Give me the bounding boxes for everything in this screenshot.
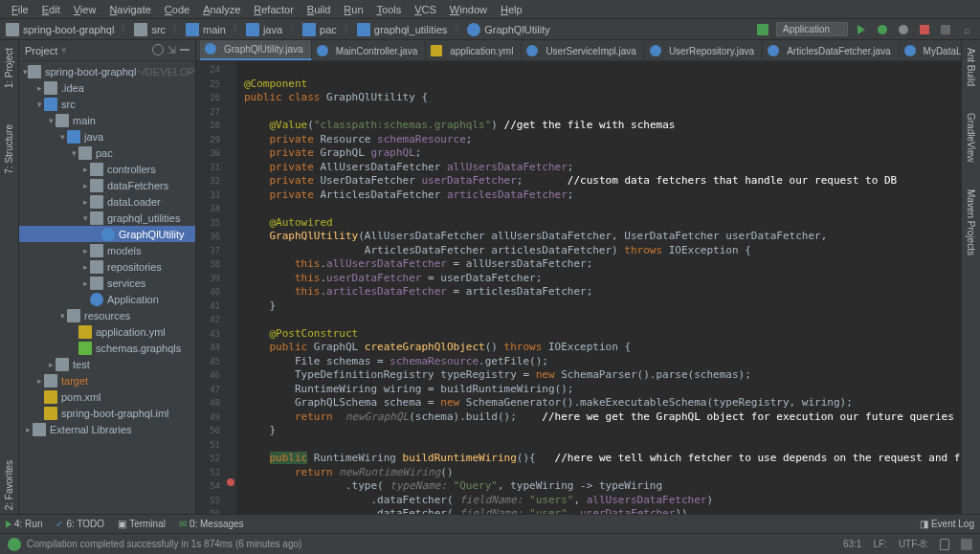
coverage-button[interactable]: [896, 22, 911, 37]
caret-position[interactable]: 63:1: [843, 539, 861, 549]
project-tree[interactable]: ▾spring-boot-graphql ~/DEVELOPMENT/Proj▸…: [19, 61, 195, 514]
editor-tab[interactable]: GraphQlUtility.java: [200, 40, 312, 60]
tree-item[interactable]: ▸.idea: [19, 79, 195, 96]
tree-item[interactable]: ▾pac: [19, 144, 195, 161]
debug-button[interactable]: [875, 22, 890, 37]
tree-item[interactable]: spring-boot-graphql.iml: [19, 405, 195, 421]
line-gutter: 24 25 26 27 28 29 30 31 32 33 34 35 36 3…: [196, 61, 225, 514]
menu-vcs[interactable]: VCS: [409, 2, 442, 17]
breadcrumb-item[interactable]: GraphQlUtility: [467, 23, 549, 36]
breadcrumb[interactable]: spring-boot-graphql〉src〉main〉java〉pac〉gr…: [6, 22, 554, 36]
terminal-tool-tab[interactable]: ▣Terminal: [118, 519, 166, 529]
settings-icon[interactable]: [152, 44, 164, 55]
run-tool-tab[interactable]: 4: Run: [6, 519, 42, 529]
panel-title: Project: [25, 45, 57, 56]
tree-item[interactable]: schemas.graphqls: [19, 340, 195, 356]
stop-button[interactable]: [917, 22, 932, 37]
tree-item[interactable]: ▸repositories: [19, 258, 195, 275]
menu-window[interactable]: Window: [444, 2, 493, 17]
status-message: Compilation completed successfully in 1s…: [27, 539, 301, 549]
breadcrumb-item[interactable]: graphql_utilities: [357, 23, 447, 36]
gradle-tab[interactable]: GradleView: [964, 109, 978, 166]
line-separator[interactable]: LF:: [873, 539, 886, 549]
bottom-tool-tabs: 4: Run ✓6: TODO ▣Terminal ✉0: Messages ◨…: [0, 514, 980, 533]
menu-navigate[interactable]: Navigate: [103, 2, 156, 17]
maven-tab[interactable]: Maven Projects: [964, 186, 978, 259]
project-tool-tab[interactable]: 1: Project: [2, 44, 16, 92]
tree-item[interactable]: Application: [19, 291, 195, 307]
tree-item[interactable]: ▸controllers: [19, 161, 195, 177]
breadcrumb-item[interactable]: src: [134, 23, 166, 36]
tree-item[interactable]: ▾main: [19, 112, 195, 128]
build-icon[interactable]: [755, 22, 770, 37]
breadcrumb-item[interactable]: main: [186, 23, 226, 36]
editor-tab[interactable]: UserRepository.java: [645, 41, 763, 60]
editor-tab[interactable]: MyDataLoader.java: [900, 41, 961, 60]
tree-item[interactable]: ▸dataLoader: [19, 193, 195, 210]
menu-file[interactable]: File: [6, 2, 34, 17]
editor-tab[interactable]: MainController.java: [312, 41, 427, 60]
hide-icon[interactable]: [180, 49, 189, 51]
tree-item[interactable]: GraphQlUtility: [19, 226, 195, 242]
tree-item[interactable]: ▾spring-boot-graphql ~/DEVELOPMENT/Proj: [19, 63, 195, 79]
main-menu-bar: FileEditViewNavigateCodeAnalyzeRefactorB…: [0, 0, 980, 19]
todo-tool-tab[interactable]: ✓6: TODO: [56, 519, 104, 529]
editor-tab[interactable]: UserServiceImpl.java: [522, 41, 644, 60]
tree-item[interactable]: ▾resources: [19, 307, 195, 323]
hector-icon[interactable]: [961, 539, 972, 550]
tree-item[interactable]: ▾graphql_utilities: [19, 210, 195, 226]
mark-gutter: [225, 61, 236, 514]
search-everywhere-icon[interactable]: ⌕: [959, 22, 974, 37]
messages-tool-tab[interactable]: ✉0: Messages: [179, 519, 244, 529]
tree-item[interactable]: ▸dataFetchers: [19, 177, 195, 193]
editor-tab[interactable]: ArticlesDataFetcher.java: [763, 41, 899, 60]
status-bar: Compilation completed successfully in 1s…: [0, 533, 980, 554]
editor-tab[interactable]: application.yml: [426, 41, 522, 60]
tree-item[interactable]: ▸External Libraries: [19, 421, 195, 437]
left-tool-strip: 1: Project 7: Structure 2: Favorites: [0, 40, 19, 514]
breadcrumb-item[interactable]: java: [246, 23, 282, 36]
tree-item[interactable]: pom.xml: [19, 388, 195, 405]
menu-edit[interactable]: Edit: [36, 2, 66, 17]
stop-all-button[interactable]: [938, 22, 953, 37]
structure-tool-tab[interactable]: 7: Structure: [2, 121, 16, 178]
file-encoding[interactable]: UTF-8:: [899, 539, 928, 549]
navigation-bar: spring-boot-graphql〉src〉main〉java〉pac〉gr…: [0, 19, 980, 40]
breadcrumb-item[interactable]: pac: [302, 23, 337, 36]
editor-tabs: GraphQlUtility.javaMainController.javaap…: [196, 40, 961, 61]
menu-analyze[interactable]: Analyze: [197, 2, 246, 17]
tree-item[interactable]: ▸target: [19, 372, 195, 388]
tree-item[interactable]: application.yml: [19, 323, 195, 340]
collapse-icon[interactable]: ⇲: [167, 44, 176, 56]
right-tool-strip: Ant Build GradleView Maven Projects: [961, 40, 980, 514]
tree-item[interactable]: ▸models: [19, 242, 195, 258]
menu-code[interactable]: Code: [159, 2, 195, 17]
favorites-tool-tab[interactable]: 2: Favorites: [2, 456, 16, 514]
ant-build-tab[interactable]: Ant Build: [964, 44, 978, 90]
menu-run[interactable]: Run: [338, 2, 368, 17]
menu-build[interactable]: Build: [301, 2, 336, 17]
editor-area: GraphQlUtility.javaMainController.javaap…: [196, 40, 961, 514]
status-ok-icon: [8, 538, 21, 551]
tree-item[interactable]: ▾java: [19, 128, 195, 144]
project-panel: Project ▾ ⇲ ▾spring-boot-graphql ~/DEVEL…: [19, 40, 196, 514]
tree-item[interactable]: ▸services: [19, 275, 195, 291]
menu-tools[interactable]: Tools: [371, 2, 408, 17]
run-config-selector[interactable]: Application: [776, 22, 848, 36]
menu-help[interactable]: Help: [495, 2, 528, 17]
menu-view[interactable]: View: [68, 2, 102, 17]
run-button[interactable]: [854, 22, 869, 37]
event-log-tab[interactable]: ◨Event Log: [920, 519, 974, 529]
lock-icon[interactable]: [940, 539, 949, 550]
tree-item[interactable]: ▾src: [19, 96, 195, 112]
code-area[interactable]: @Component public class GraphQlUtility {…: [236, 61, 961, 514]
project-panel-header: Project ▾ ⇲: [19, 40, 195, 61]
menu-refactor[interactable]: Refactor: [248, 2, 300, 17]
tree-item[interactable]: ▸test: [19, 356, 195, 372]
editor[interactable]: 24 25 26 27 28 29 30 31 32 33 34 35 36 3…: [196, 61, 961, 514]
breadcrumb-item[interactable]: spring-boot-graphql: [6, 23, 114, 36]
